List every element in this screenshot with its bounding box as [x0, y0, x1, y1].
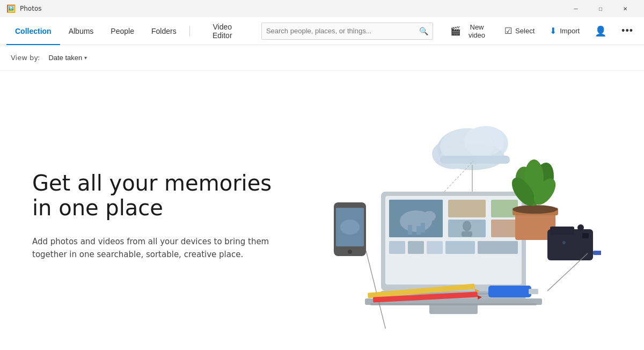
viewby-label: View by:	[11, 54, 40, 62]
svg-rect-23	[389, 241, 405, 254]
svg-rect-15	[421, 223, 425, 232]
toolbar: View by: Date taken ▾	[0, 45, 644, 71]
svg-point-16	[423, 211, 436, 222]
select-icon: ☑	[504, 26, 512, 36]
titlebar-left: 🖼️ Photos	[6, 4, 41, 13]
illustration	[311, 71, 612, 350]
tab-collection[interactable]: Collection	[6, 17, 60, 45]
new-video-button[interactable]: 🎬 New video	[444, 20, 496, 42]
svg-rect-13	[408, 225, 412, 235]
minimize-button[interactable]: ─	[564, 0, 588, 17]
import-icon: ⬇	[550, 26, 557, 36]
tab-albums[interactable]: Albums	[60, 17, 103, 45]
svg-rect-49	[550, 227, 574, 235]
svg-point-5	[464, 126, 504, 156]
svg-rect-6	[440, 156, 510, 164]
svg-point-54	[562, 241, 566, 244]
nav-actions: 🎬 New video ☑ Select ⬇ Import 👤 •••	[444, 20, 644, 42]
hero-subtext: Add photos and videos from all your devi…	[32, 235, 279, 261]
tab-folders[interactable]: Folders	[143, 17, 185, 45]
account-button[interactable]: 👤	[588, 20, 613, 42]
chevron-down-icon: ▾	[84, 55, 87, 61]
main-content: Get all your memories in one place Add p…	[0, 71, 644, 350]
hero-illustration	[322, 92, 601, 329]
svg-rect-25	[427, 241, 443, 254]
hero-heading: Get all your memories in one place	[32, 171, 311, 220]
more-button[interactable]: •••	[615, 20, 640, 42]
nav-divider	[189, 26, 190, 37]
svg-rect-60	[529, 289, 538, 294]
import-button[interactable]: ⬇ Import	[543, 20, 586, 42]
tab-people[interactable]: People	[102, 17, 143, 45]
search-icon[interactable]: 🔍	[419, 27, 428, 35]
more-icon: •••	[621, 25, 633, 37]
search-input[interactable]	[266, 27, 416, 35]
tab-video-editor[interactable]: Video Editor	[194, 17, 251, 45]
svg-rect-56	[582, 233, 589, 238]
titlebar-title: Photos	[20, 5, 41, 12]
svg-point-38	[348, 250, 352, 254]
select-button[interactable]: ☑ Select	[498, 20, 541, 42]
navbar: Collection Albums People Folders Video E…	[0, 17, 644, 45]
svg-rect-59	[488, 286, 531, 297]
titlebar: 🖼️ Photos ─ □ ✕	[0, 0, 644, 17]
svg-rect-33	[370, 303, 537, 305]
svg-rect-57	[593, 251, 601, 255]
account-icon: 👤	[595, 25, 606, 37]
titlebar-controls: ─ □ ✕	[564, 0, 638, 17]
search-container: 🔍	[251, 23, 444, 40]
titlebar-icon: 🖼️	[6, 4, 16, 13]
svg-rect-22	[491, 220, 518, 237]
svg-rect-17	[448, 200, 486, 217]
cloud	[432, 126, 510, 202]
new-video-icon: 🎬	[450, 26, 461, 36]
svg-point-42	[513, 205, 558, 214]
maximize-button[interactable]: □	[588, 0, 613, 17]
svg-rect-27	[478, 241, 518, 254]
close-button[interactable]: ✕	[613, 0, 638, 17]
search-box: 🔍	[261, 23, 433, 40]
svg-rect-14	[416, 226, 421, 235]
hero-text: Get all your memories in one place Add p…	[32, 160, 311, 261]
svg-point-20	[463, 221, 471, 231]
viewby-dropdown[interactable]: Date taken ▾	[44, 52, 91, 64]
svg-point-37	[340, 220, 360, 235]
svg-rect-21	[462, 231, 472, 237]
svg-rect-26	[445, 241, 475, 254]
svg-rect-24	[408, 241, 424, 254]
svg-point-55	[577, 224, 584, 231]
